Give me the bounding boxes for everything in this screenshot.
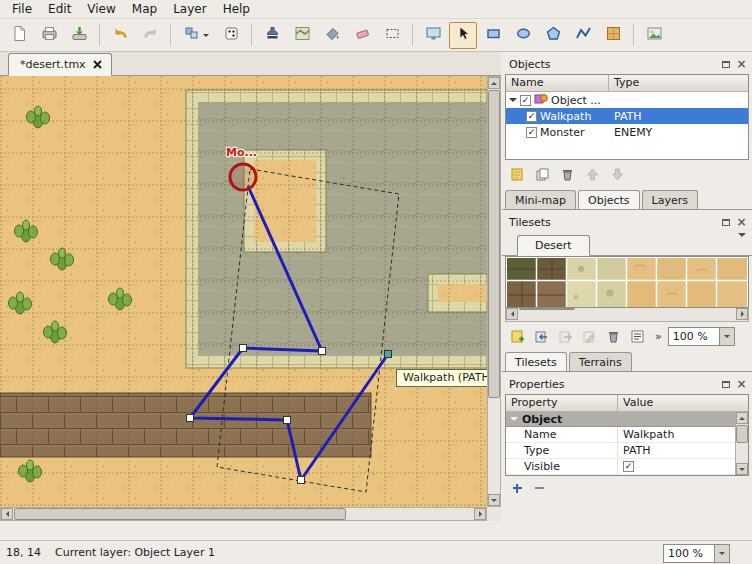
highlight-layer-button[interactable] [419,22,447,49]
properties-scroll-thumb[interactable] [736,425,748,443]
scroll-down-button[interactable] [488,494,500,506]
menu-file[interactable]: File [4,0,40,18]
walkpath-row[interactable]: Walkpath PATH [506,108,748,124]
scroll-up-button[interactable] [736,412,748,424]
menu-layer[interactable]: Layer [165,0,214,18]
close-panel-button[interactable] [735,216,748,229]
column-name[interactable]: Name [506,75,609,91]
expander-icon[interactable] [509,98,517,106]
menu-view[interactable]: View [79,0,123,18]
tileset-zoom-dropdown[interactable] [720,327,735,346]
undo-icon [112,25,129,45]
scroll-left-button[interactable] [1,508,13,520]
execute-command-button[interactable] [177,22,215,49]
tab-layers[interactable]: Layers [642,190,698,209]
menu-map[interactable]: Map [124,0,165,18]
properties-scrollbar[interactable] [735,412,748,475]
export-tileset-button[interactable] [555,326,575,346]
add-property-button[interactable] [508,480,526,496]
rectangular-select-button[interactable] [378,22,406,49]
delete-tileset-button[interactable] [603,326,623,346]
tileset-scroll-thumb[interactable] [519,308,575,310]
open-file-button[interactable] [35,22,63,49]
import-tileset-button[interactable] [531,326,551,346]
properties-header[interactable]: Property Value [506,395,748,412]
float-panel-button[interactable] [719,216,732,229]
property-row-type[interactable]: Type PATH [506,443,748,459]
column-property[interactable]: Property [506,395,618,411]
insert-polyline-button[interactable] [569,22,597,49]
float-panel-button[interactable] [719,58,732,71]
visible-checkbox[interactable] [623,461,634,472]
scroll-left-button[interactable] [506,308,518,320]
column-value[interactable]: Value [618,395,748,411]
map-vertical-scrollbar[interactable] [487,76,501,507]
menu-edit[interactable]: Edit [40,0,79,18]
map-canvas[interactable]: Mo... [0,76,487,507]
random-mode-button[interactable] [217,22,245,49]
redo-button[interactable] [136,22,164,49]
insert-rectangle-button[interactable] [479,22,507,49]
edit-tileset-button[interactable] [579,326,599,346]
remove-property-button[interactable] [530,480,548,496]
document-tab-desert[interactable]: *desert.tmx [8,53,112,76]
lower-object-button[interactable] [607,164,627,184]
close-tab-icon[interactable] [93,60,102,69]
remove-object-button[interactable] [557,164,577,184]
raise-object-button[interactable] [582,164,602,184]
insert-polygon-button[interactable] [539,22,567,49]
objects-tree-header[interactable]: Name Type [506,75,748,92]
eraser-button[interactable] [348,22,376,49]
property-group-object[interactable]: Object [506,412,748,427]
vertex-handle [319,348,326,355]
map-zoom-dropdown[interactable] [715,544,730,563]
tileset-list-dropdown[interactable] [738,237,746,250]
object-layer-row[interactable]: Object ... [506,92,748,108]
tab-mini-map[interactable]: Mini-map [505,190,576,209]
select-objects-button[interactable] [449,22,477,49]
scroll-right-button[interactable] [474,508,486,520]
insert-image-button[interactable] [640,22,668,49]
monster-object[interactable] [230,164,256,190]
terrain-brush-button[interactable] [288,22,316,49]
save-file-button[interactable] [65,22,93,49]
close-panel-button[interactable] [735,58,748,71]
stamp-brush-button[interactable] [258,22,286,49]
tileset-view[interactable] [505,256,749,308]
scroll-up-button[interactable] [488,77,500,89]
monster-row[interactable]: Monster ENEMY [506,124,748,140]
map-zoom-combo[interactable]: 100 % [663,544,730,563]
undo-button[interactable] [106,22,134,49]
tab-objects[interactable]: Objects [578,190,640,209]
tileset-scrollbar[interactable] [505,308,749,322]
visibility-checkbox[interactable] [526,127,537,138]
bucket-fill-button[interactable] [318,22,346,49]
horizontal-scroll-thumb[interactable] [14,508,346,520]
tab-tilesets[interactable]: Tilesets [505,352,567,371]
menu-help[interactable]: Help [215,0,258,18]
vertex-handle-hovered[interactable] [385,351,392,358]
scroll-down-button[interactable] [736,463,748,475]
new-file-button[interactable] [5,22,33,49]
tileset-properties-button[interactable] [627,326,647,346]
new-object-button[interactable] [507,164,527,184]
tileset-zoom-combo[interactable]: 100 % [668,327,735,346]
duplicate-object-button[interactable] [532,164,552,184]
tileset-tab-desert[interactable]: Desert [517,235,590,256]
tab-terrains[interactable]: Terrains [569,352,632,371]
property-row-name[interactable]: Name Walkpath [506,427,748,443]
insert-tile-button[interactable] [599,22,627,49]
toolbar-overflow-button[interactable]: » [655,330,662,343]
close-panel-button[interactable] [735,378,748,391]
insert-ellipse-button[interactable] [509,22,537,49]
visibility-checkbox[interactable] [526,111,537,122]
expander-icon[interactable] [510,417,518,425]
scroll-right-button[interactable] [736,308,748,320]
map-horizontal-scrollbar[interactable] [0,507,487,521]
vertical-scroll-thumb[interactable] [488,90,500,398]
float-panel-button[interactable] [719,378,732,391]
new-tileset-button[interactable] [507,326,527,346]
column-type[interactable]: Type [609,75,748,91]
visibility-checkbox[interactable] [520,95,531,106]
property-row-visible[interactable]: Visible [506,459,748,475]
